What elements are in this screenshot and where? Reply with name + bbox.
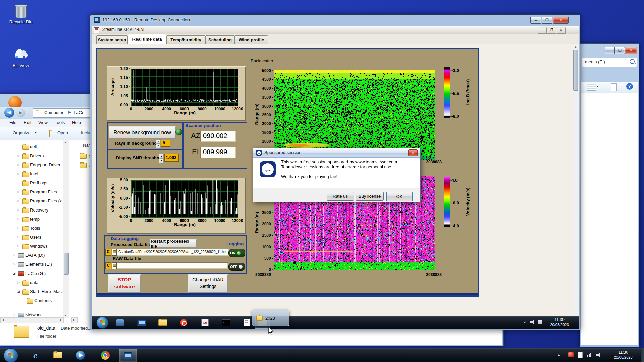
preview-pane-icon[interactable] (611, 83, 617, 91)
sidebar-item-temp[interactable]: ▷temp (0, 216, 63, 223)
remote-taskbar-display-icon[interactable] (134, 317, 149, 328)
breadcrumb-lacie[interactable]: LaCi (74, 110, 83, 115)
menu-edit[interactable]: Edit (24, 120, 31, 125)
az-value-field[interactable]: 090.002 (200, 131, 236, 142)
tray-document-icon[interactable] (578, 352, 583, 358)
tree-scrollbar[interactable]: ▲ ▼ (63, 140, 69, 318)
expand-icon[interactable]: ▷ (17, 208, 20, 212)
scroll-down-icon[interactable]: ▼ (64, 314, 67, 317)
rate-us-button[interactable]: Rate us (327, 192, 354, 201)
tab-scheduling[interactable]: Scheduling (205, 35, 235, 44)
remote-volume-icon[interactable] (530, 320, 535, 324)
sidebar-item-data-d-[interactable]: ▷DATA (D:) (0, 252, 63, 259)
tab-real-time-data[interactable]: Real time data (128, 34, 166, 44)
change-lidar-settings-button[interactable]: Change LiDAR Settings (188, 274, 228, 293)
rdp-titlebar[interactable]: 192.168.0.150 - Remote Desktop Connectio… (90, 15, 580, 26)
collapse-icon[interactable]: ◢ (17, 290, 20, 293)
rays-value-field[interactable]: 8 (161, 140, 170, 147)
tab-temp-humidity[interactable]: Temp/humidity (166, 35, 205, 44)
renew-background-button[interactable]: Renew background now (109, 126, 176, 139)
expand-icon[interactable]: ▷ (17, 244, 20, 248)
expand-icon[interactable]: ▷ (17, 190, 20, 193)
desktop-icon-recycle-bin[interactable]: Recycle Bin (6, 3, 36, 24)
buy-license-button[interactable]: Buy license (356, 192, 384, 201)
menu-file[interactable]: File (9, 120, 16, 125)
sidebar-item-intel[interactable]: ▷Intel (0, 171, 63, 178)
expand-icon[interactable]: ▷ (13, 313, 15, 316)
sidebar-item-edgeport-driver[interactable]: ▷Edgeport Driver (0, 162, 63, 169)
vi-scroll-up-icon[interactable]: ▲ (574, 45, 577, 48)
restart-processed-file-button[interactable]: Restart processed file (150, 239, 197, 248)
rdp-close-button[interactable]: ✕ (553, 17, 569, 24)
processed-logging-toggle[interactable]: ON (228, 249, 245, 257)
sidebar-item-elements-e-[interactable]: ▷Elements (E:) (0, 261, 63, 268)
menu-help[interactable]: Help (72, 120, 81, 125)
streamline-restore-button[interactable]: ❐ (547, 27, 556, 34)
start-button[interactable] (4, 348, 18, 362)
taskbar-media-player-icon[interactable] (72, 349, 89, 362)
dialog-titlebar[interactable]: ↔ Sponsored session ✕ (253, 148, 420, 158)
raw-path-field[interactable] (117, 262, 228, 269)
help-icon[interactable]: ? (626, 83, 633, 90)
taskbar-preview[interactable]: 2023 (252, 310, 289, 326)
organize-button[interactable]: Organize (13, 130, 31, 135)
taskbar-rdp-icon[interactable] (119, 349, 137, 362)
sidebar-item-contents[interactable]: Contents (0, 297, 63, 305)
show-desktop-button[interactable] (641, 348, 644, 362)
expand-icon[interactable]: ▷ (17, 226, 20, 230)
remote-tray-expand-icon[interactable]: ◂ (524, 320, 525, 324)
scroll-left-icon[interactable]: ◀ (2, 318, 4, 321)
remote-start-button[interactable] (96, 317, 108, 329)
taskbar-chrome-icon[interactable] (97, 349, 114, 362)
collapse-icon[interactable]: ◢ (13, 272, 15, 275)
sidebar-item-program-files-x[interactable]: ▷Program Files (x (0, 198, 63, 205)
sidebar-item-dell[interactable]: dell (0, 143, 63, 151)
back-button[interactable]: ◀ (4, 108, 14, 118)
streamline-minimize-button[interactable]: – (538, 27, 547, 34)
stop-software-button[interactable]: STOP software (108, 274, 141, 293)
expand-icon[interactable]: ▷ (17, 217, 20, 221)
remote-taskbar-console-icon[interactable]: >_ (219, 317, 233, 328)
include-in-library-button[interactable]: Inclu (81, 130, 90, 135)
ok-button[interactable]: OK (386, 192, 413, 201)
remote-clock[interactable]: 11:30 20/08/2023 (545, 317, 574, 327)
menu-view[interactable]: View (38, 120, 48, 125)
rdp-restore-button[interactable]: ❐ (542, 17, 552, 24)
expand-icon[interactable]: ▷ (17, 199, 20, 202)
expand-icon[interactable]: ▷ (13, 262, 15, 266)
scrollbar-thumb[interactable] (64, 253, 69, 275)
close-button-right-explorer[interactable]: ✕ (625, 47, 637, 54)
menu-tools[interactable]: Tools (55, 120, 65, 125)
expand-icon[interactable]: ▷ (17, 163, 20, 166)
views-caret-icon[interactable]: ▾ (597, 85, 598, 88)
tray-expand-icon[interactable]: ▴ (558, 353, 560, 356)
processed-path-field[interactable]: C:\Lidar\Data\Proc\2023\202308\20230820\… (117, 249, 229, 256)
tray-alert-icon[interactable] (568, 352, 574, 357)
streamline-close-button[interactable]: ✕ (556, 27, 566, 34)
remote-taskbar-xr-app-icon[interactable]: XR (198, 317, 212, 328)
sidebar-item-tools[interactable]: ▷Tools (0, 225, 63, 232)
scroll-up-icon[interactable]: ▲ (64, 141, 67, 144)
search-input[interactable]: ments (E:) (582, 58, 637, 67)
sidebar-item-users[interactable]: ▷Users (0, 234, 63, 241)
sidebar-item-perflogs[interactable]: PerfLogs (0, 180, 63, 187)
expand-icon[interactable]: ▷ (17, 235, 20, 239)
sidebar-item-drivers[interactable]: ▷Drivers (0, 153, 63, 160)
sidebar-item-start-here-mac-[interactable]: ◢Start_Here_Mac.. (0, 288, 63, 296)
sidebar-item-lacie-g-[interactable]: ◢LaCie (G:) (0, 270, 63, 278)
processed-drive-selector[interactable]: C (105, 249, 111, 256)
sidebar-item-recovery[interactable]: ▷Recovery (0, 207, 63, 214)
scroll-right-icon[interactable]: ▶ (60, 318, 62, 321)
network-icon[interactable] (587, 353, 592, 357)
taskbar-explorer-icon[interactable] (49, 349, 66, 362)
remote-taskbar-app-window-icon[interactable] (113, 317, 127, 328)
el-value-field[interactable]: 089.999 (200, 147, 236, 158)
min-button-right-explorer[interactable]: – (605, 47, 615, 54)
taskbar-ie-icon[interactable]: e (26, 349, 44, 362)
remote-taskbar-power-stop-icon[interactable] (176, 317, 191, 328)
sidebar-item-data[interactable]: ▷data (0, 279, 63, 287)
max-button-right-explorer[interactable]: ❐ (615, 47, 625, 54)
search-icon[interactable] (630, 59, 635, 64)
snr-value-field[interactable]: 1.002 (164, 154, 179, 162)
vi-scrollbar[interactable]: ▲ ▼ (573, 44, 579, 329)
